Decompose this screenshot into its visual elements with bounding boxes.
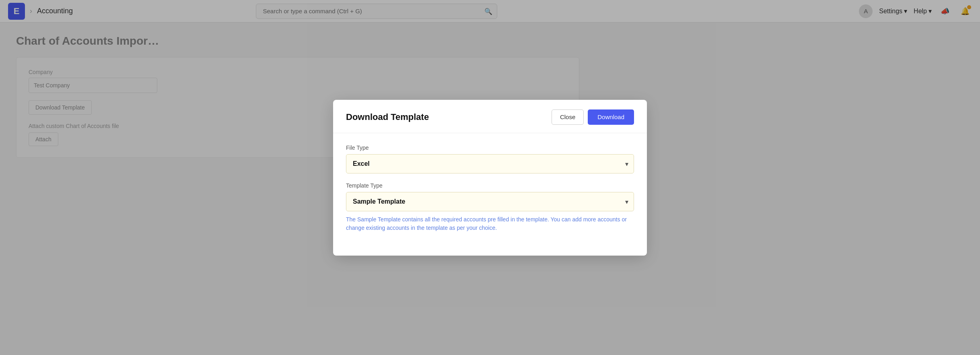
download-button[interactable]: Download bbox=[588, 109, 634, 125]
file-type-label: File Type bbox=[346, 144, 634, 151]
template-type-label: Template Type bbox=[346, 182, 634, 189]
modal-title: Download Template bbox=[346, 112, 429, 122]
modal-header-actions: Close Download bbox=[552, 109, 634, 125]
modal-overlay: Download Template Close Download File Ty… bbox=[0, 0, 980, 355]
modal-body: File Type Excel CSV ▾ Template Type Samp… bbox=[333, 133, 647, 256]
download-template-modal: Download Template Close Download File Ty… bbox=[333, 100, 647, 256]
template-type-select-wrapper: Sample Template Blank Template ▾ bbox=[346, 192, 634, 211]
file-type-select-wrapper: Excel CSV ▾ bbox=[346, 154, 634, 173]
template-type-group: Template Type Sample Template Blank Temp… bbox=[346, 182, 634, 232]
close-button[interactable]: Close bbox=[552, 109, 584, 125]
file-type-group: File Type Excel CSV ▾ bbox=[346, 144, 634, 173]
template-type-helper: The Sample Template contains all the req… bbox=[346, 215, 634, 232]
modal-header: Download Template Close Download bbox=[333, 100, 647, 133]
file-type-select[interactable]: Excel CSV bbox=[346, 154, 634, 173]
template-type-select[interactable]: Sample Template Blank Template bbox=[346, 192, 634, 211]
